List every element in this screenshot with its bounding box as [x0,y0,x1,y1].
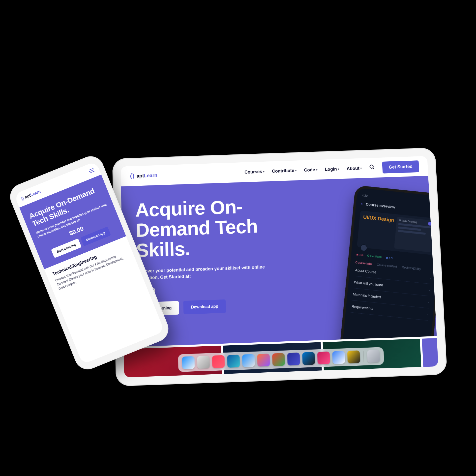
chevron-down-icon: ▾ [360,167,362,170]
dock-app-app2[interactable] [317,352,330,365]
status-icons: •• ᯤ ▮ [430,201,437,205]
logo-text-1: apt [137,173,144,178]
nav-courses[interactable]: Courses▾ [244,169,265,175]
hero-phone-mock: 4:20•• ᯤ ▮ ‹ Course overview ⋮ UI/UX Des… [338,185,437,347]
tablet-device: ⟨⟩ aptLearn Courses▾ Contribute▾ Code▾ L… [112,148,447,386]
nav-contribute[interactable]: Contribute▾ [272,168,297,174]
logo-text-2: Learn [144,172,157,178]
status-time: 4:20 [362,194,368,198]
get-started-button[interactable]: Get Started [382,160,419,173]
dock-app-firefox[interactable] [257,354,270,367]
dock-app-app3[interactable] [347,350,360,363]
chevron-right-icon: › [426,312,428,316]
tablet-hero: Acquire On-Demand Tech Skills. Uncover y… [121,176,437,347]
chevron-down-icon: ▾ [316,168,317,171]
svg-line-1 [373,168,374,169]
category-tile[interactable] [422,338,439,367]
search-icon[interactable] [369,164,375,172]
chevron-right-icon: › [427,300,429,304]
dock-app-finder[interactable] [182,356,195,369]
dock-app-chrome[interactable] [272,353,285,366]
dock-app-edge[interactable] [227,355,240,368]
download-app-button[interactable]: Download app [183,299,226,314]
logo-icon: ⟨⟩ [130,172,135,180]
chevron-down-icon: ▾ [263,170,265,173]
certificate-chip: ✪ Certificate [367,254,383,259]
dock-app-app1[interactable] [287,353,300,366]
more-icon[interactable]: ⋮ [433,209,437,213]
logo[interactable]: ⟨⟩ aptLearn [130,172,157,180]
chevron-right-icon: › [428,288,430,292]
hero-subtitle: Uncover your potential and broaden your … [136,264,271,282]
rating-chip: ✿ 4.5 [386,256,393,260]
tablet-screen: ⟨⟩ aptLearn Courses▾ Contribute▾ Code▾ L… [121,156,438,377]
nav-code[interactable]: Code▾ [304,167,318,173]
views-chip: ◉ 12k [356,253,364,257]
chevron-down-icon: ▾ [295,169,297,172]
nav-about[interactable]: About▾ [347,166,362,171]
nav-login[interactable]: Login▾ [325,166,339,172]
chevron-down-icon: ▾ [338,167,339,171]
dock-app-launchpad[interactable] [197,356,210,369]
dock-app-mail[interactable] [332,351,345,364]
hamburger-icon[interactable] [89,170,94,172]
back-icon[interactable]: ‹ [361,200,363,207]
logo[interactable]: ⟨⟩ aptLearn [20,189,41,201]
chevron-right-icon: › [429,276,431,280]
task-subcard: All Task Ongoing [394,217,434,252]
tablet-nav: Courses▾ Contribute▾ Code▾ Login▾ About▾… [244,160,419,178]
avatar [360,244,367,252]
course-overview-title: Course overview [366,202,395,209]
course-card[interactable]: UI/UX Design All Task Ongoing [357,210,436,255]
dock-app-safari[interactable] [242,354,255,367]
dock-app-trash[interactable] [367,350,380,363]
dock-app-music[interactable] [212,355,225,368]
logo-icon: ⟨⟩ [20,196,25,201]
hero-title: Acquire On-Demand Tech Skills. [135,195,290,261]
dock-app-vscode[interactable] [302,352,315,365]
